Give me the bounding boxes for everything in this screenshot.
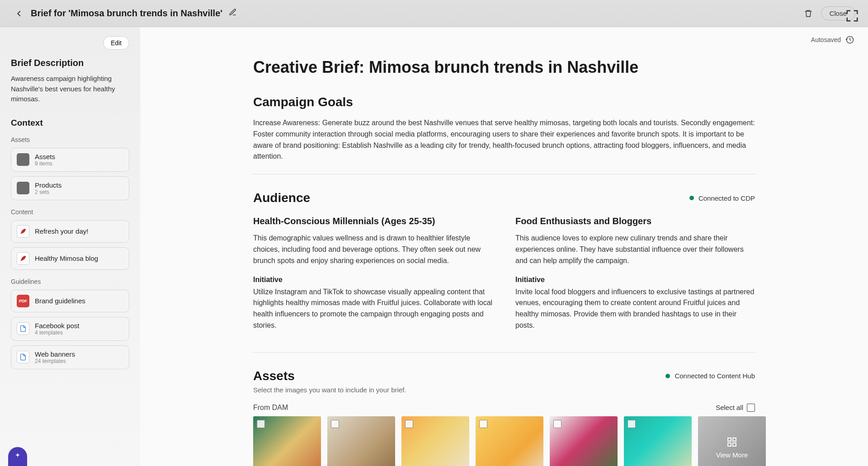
- card-title: Refresh your day!: [35, 227, 88, 235]
- close-button[interactable]: Close: [821, 6, 855, 20]
- sparkle-icon: [13, 452, 22, 461]
- card-title: Web banners: [35, 350, 75, 358]
- card-title: Healthy Mimosa blog: [35, 254, 98, 262]
- asset-thumbnail[interactable]: [624, 416, 692, 466]
- content-label: Content: [11, 208, 129, 216]
- folder-thumb-icon: [17, 153, 29, 166]
- pdf-icon: PDF: [17, 295, 29, 307]
- card-title: Brand guidelines: [35, 297, 85, 305]
- audience-heading: Audience: [253, 191, 310, 205]
- audience1-initiative-heading: Initiative: [253, 276, 493, 284]
- asset-checkbox[interactable]: [331, 420, 339, 428]
- card-subtitle: 24 templates: [35, 358, 75, 364]
- brief-description-heading: Brief Description: [11, 58, 129, 68]
- autosaved-label: Autosaved: [811, 36, 841, 43]
- card-subtitle: 2 sets: [35, 189, 61, 195]
- campaign-goals-body: Increase Awareness: Generate buzz around…: [253, 118, 755, 162]
- status-dot-icon: [689, 196, 694, 200]
- sidebar: Edit Brief Description Awareness campaig…: [0, 27, 140, 466]
- assistant-fab-button[interactable]: [8, 447, 27, 466]
- brief-heading: Creative Brief: Mimosa brunch trends in …: [253, 58, 755, 77]
- context-heading: Context: [11, 118, 129, 128]
- back-arrow-icon[interactable]: [13, 7, 25, 20]
- asset-checkbox[interactable]: [257, 420, 265, 428]
- audience2-initiative-body: Invite local food bloggers and influence…: [515, 287, 755, 331]
- audience1-title: Health-Conscious Millennials (Ages 25-35…: [253, 216, 493, 226]
- select-all-checkbox[interactable]: [747, 404, 755, 412]
- audience1-body: This demographic values wellness and is …: [253, 233, 493, 266]
- campaign-goals-heading: Campaign Goals: [253, 95, 755, 109]
- assets-label: Assets: [11, 136, 129, 143]
- status-dot-icon: [665, 374, 670, 378]
- from-dam-label: From DAM: [253, 404, 288, 412]
- svg-rect-0: [728, 438, 731, 441]
- connected-cdp-label: Connected to CDP: [698, 194, 755, 202]
- feather-icon: [17, 252, 29, 265]
- folder-thumb-icon: [17, 182, 29, 194]
- brief-description-body: Awareness campaign highlighting Nashvill…: [11, 74, 129, 104]
- audience1-initiative-body: Utilize Instagram and TikTok to showcase…: [253, 287, 493, 331]
- svg-rect-2: [728, 443, 731, 446]
- feather-icon: [17, 225, 29, 238]
- asset-checkbox[interactable]: [553, 420, 561, 428]
- asset-checkbox[interactable]: [405, 420, 413, 428]
- history-icon[interactable]: [845, 35, 854, 44]
- asset-checkbox[interactable]: [627, 420, 636, 428]
- connected-hub-label: Connected to Content Hub: [675, 372, 755, 380]
- grid-icon: [726, 437, 737, 447]
- card-subtitle: 9 items: [35, 160, 55, 167]
- file-icon: [17, 322, 29, 335]
- divider: [253, 174, 755, 174]
- audience2-initiative-heading: Initiative: [515, 276, 755, 284]
- edit-title-icon[interactable]: [229, 8, 237, 19]
- sidebar-card-brand-guidelines[interactable]: PDF Brand guidelines: [11, 290, 129, 312]
- view-more-label: View More: [716, 451, 748, 459]
- asset-checkbox[interactable]: [479, 420, 487, 428]
- edit-button[interactable]: Edit: [103, 36, 129, 50]
- card-title: Assets: [35, 153, 55, 160]
- audience2-body: This audience loves to explore new culin…: [515, 233, 755, 266]
- sidebar-card-blog[interactable]: Healthy Mimosa blog: [11, 247, 129, 270]
- svg-rect-3: [733, 443, 736, 446]
- asset-thumbnail[interactable]: [401, 416, 469, 466]
- card-subtitle: 4 templates: [35, 329, 79, 336]
- select-all-label: Select all: [716, 404, 743, 411]
- asset-thumbnail[interactable]: [476, 416, 543, 466]
- asset-thumbnail[interactable]: [327, 416, 395, 466]
- file-icon: [17, 351, 29, 363]
- sidebar-card-refresh[interactable]: Refresh your day!: [11, 220, 129, 243]
- sidebar-card-web-banners[interactable]: Web banners 24 templates: [11, 345, 129, 369]
- assets-subtitle: Select the images you want to include in…: [253, 386, 755, 394]
- sidebar-card-facebook-post[interactable]: Facebook post 4 templates: [11, 317, 129, 341]
- sidebar-card-assets[interactable]: Assets 9 items: [11, 148, 129, 172]
- audience2-title: Food Enthusiasts and Bloggers: [515, 216, 755, 226]
- assets-heading: Assets: [253, 369, 295, 383]
- card-title: Products: [35, 181, 61, 189]
- page-title: Brief for 'Mimosa brunch trends in Nashv…: [31, 8, 222, 19]
- divider: [253, 352, 755, 353]
- asset-thumbnail[interactable]: [253, 416, 321, 466]
- delete-icon[interactable]: [802, 7, 815, 20]
- card-title: Facebook post: [35, 322, 79, 329]
- sidebar-card-products[interactable]: Products 2 sets: [11, 176, 129, 200]
- asset-thumbnail[interactable]: [550, 416, 618, 466]
- guidelines-label: Guidelines: [11, 278, 129, 285]
- view-more-button[interactable]: View More: [698, 416, 766, 466]
- svg-rect-1: [733, 438, 736, 441]
